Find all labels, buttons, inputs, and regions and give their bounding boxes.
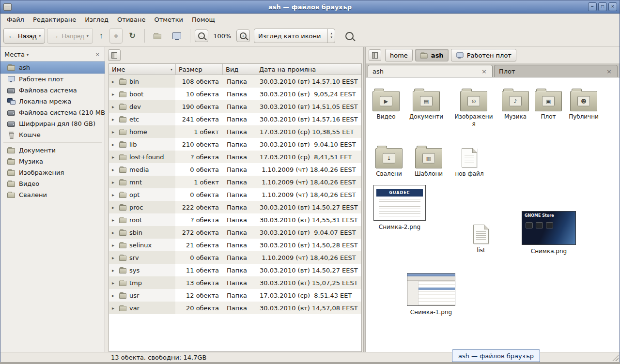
expander-icon[interactable]: ▸ xyxy=(112,255,117,260)
sidebar-item-Работен плот[interactable]: Работен плот xyxy=(0,74,105,85)
table-row-sys[interactable]: ▸sys11 обектаПапка30.03.2010 (вт) 14,50,… xyxy=(109,264,361,276)
table-row-lost+found[interactable]: ▸lost+found? обектаПапка17.03.2010 (ср) … xyxy=(109,151,361,163)
sidebar-item-Кошче[interactable]: Кошче xyxy=(0,129,105,140)
menu-Отметки[interactable]: Отметки xyxy=(150,15,187,25)
file-Свалени[interactable]: ↓Свалени xyxy=(369,142,409,178)
sidebar-item-Документи[interactable]: Документи xyxy=(0,145,105,156)
file-нов файл[interactable]: нов файл xyxy=(449,142,490,178)
path-button-ash[interactable]: ash xyxy=(415,49,449,61)
stop-button[interactable]: ● xyxy=(109,28,123,44)
close-button[interactable]: × xyxy=(608,2,617,11)
menu-Помощ[interactable]: Помощ xyxy=(187,15,219,25)
file-Документи[interactable]: ▤Документи xyxy=(406,85,447,121)
path-button-Работен плот[interactable]: Работен плот xyxy=(451,49,516,61)
column-header-date[interactable]: Дата на промяна xyxy=(256,64,361,75)
expander-icon[interactable]: ▸ xyxy=(112,167,117,172)
left-pane-location-button[interactable] xyxy=(108,49,121,61)
table-row-dev[interactable]: ▸dev190 обектаПапка30.03.2010 (вт) 14,51… xyxy=(109,100,361,113)
expander-icon[interactable]: ▸ xyxy=(112,268,117,273)
zoom-out-button[interactable]: − xyxy=(195,30,208,42)
table-row-srv[interactable]: ▸srv0 обектаПапка 1.10.2009 (чт) 18,40,2… xyxy=(109,251,361,264)
expander-icon[interactable]: ▸ xyxy=(112,180,117,185)
path-button-home[interactable]: home xyxy=(385,49,413,61)
right-pane-location-button[interactable] xyxy=(369,49,381,61)
expander-icon[interactable]: ▸ xyxy=(112,243,117,248)
file-Снимка-2.png[interactable]: GUADECСнимка-2.png xyxy=(374,185,425,231)
expander-icon[interactable]: ▸ xyxy=(112,293,117,298)
tab-close-icon[interactable]: × xyxy=(480,68,488,75)
resize-grip[interactable] xyxy=(612,355,619,361)
maximize-button[interactable]: □ xyxy=(598,2,607,11)
tab-ash[interactable]: ash× xyxy=(368,65,493,77)
expander-icon[interactable]: ▸ xyxy=(112,142,117,147)
menu-Редактиране[interactable]: Редактиране xyxy=(29,15,80,25)
menu-Отиване[interactable]: Отиване xyxy=(113,15,150,25)
up-button[interactable]: ↑ xyxy=(95,28,108,44)
column-header-size[interactable]: Размер xyxy=(176,64,223,75)
list-body[interactable]: ▸bin108 обектаПапка30.03.2010 (вт) 14,57… xyxy=(109,75,361,351)
table-row-lib[interactable]: ▸lib210 обектаПапка30.03.2010 (вт) 9,04,… xyxy=(109,138,361,151)
table-row-proc[interactable]: ▸proc222 обектаПапка30.03.2010 (вт) 14,5… xyxy=(109,201,361,213)
file-Публични[interactable]: ☻Публични xyxy=(563,85,604,121)
sidebar-item-Локална мрежа[interactable]: Локална мрежа xyxy=(0,96,105,107)
home-button[interactable] xyxy=(149,28,166,44)
file-Шаблони[interactable]: ▥Шаблони xyxy=(408,142,449,178)
table-row-selinux[interactable]: ▸selinux21 обектаПапка30.03.2010 (вт) 14… xyxy=(109,239,361,251)
expander-icon[interactable]: ▸ xyxy=(112,230,117,235)
expander-icon[interactable]: ▸ xyxy=(112,117,117,122)
icon-view[interactable]: ▶Видео▤Документи⊙Изображения♪Музика▣Плот… xyxy=(366,77,620,352)
menu-Файл[interactable]: Файл xyxy=(2,15,29,25)
tab-close-icon[interactable]: × xyxy=(605,68,613,75)
sidebar-item-Шифриран дял (80 GB)[interactable]: Шифриран дял (80 GB) xyxy=(0,118,105,129)
back-button[interactable]: ← Назад ▾ xyxy=(3,28,45,44)
view-mode-select[interactable]: Изглед като икони ▴▾ xyxy=(254,29,335,43)
expander-icon[interactable]: ▸ xyxy=(112,129,117,135)
column-header-name[interactable]: Име▾ xyxy=(109,64,176,75)
expander-icon[interactable]: ▸ xyxy=(112,217,117,223)
table-row-opt[interactable]: ▸opt0 обектаПапка 1.10.2009 (чт) 18,40,2… xyxy=(109,188,361,201)
expander-icon[interactable]: ▸ xyxy=(112,205,117,210)
sidebar-close-icon[interactable]: × xyxy=(94,51,101,58)
file-Изображения[interactable]: ⊙Изображения xyxy=(453,85,494,128)
table-row-usr[interactable]: ▸usr12 обектаПапка17.03.2010 (ср) 8,51,4… xyxy=(109,289,361,302)
minimize-button[interactable]: − xyxy=(588,2,597,11)
zoom-in-button[interactable]: + xyxy=(236,30,250,42)
reload-button[interactable]: ↻ xyxy=(124,28,140,44)
menu-Изглед[interactable]: Изглед xyxy=(80,15,113,25)
table-row-tmp[interactable]: ▸tmp13 обектаПапка30.03.2010 (вт) 15,07,… xyxy=(109,276,361,289)
taskbar-window-button[interactable]: ash — файлов браузър xyxy=(452,349,540,362)
table-row-media[interactable]: ▸media0 обектаПапка 1.10.2009 (чт) 18,40… xyxy=(109,163,361,176)
table-row-var[interactable]: ▸var20 обектаПапка30.03.2010 (вт) 14,57,… xyxy=(109,302,361,314)
file-Снимка-1.png[interactable]: Снимка-1.png xyxy=(405,273,457,316)
expander-icon[interactable]: ▸ xyxy=(112,154,117,160)
file-Видео[interactable]: ▶Видео xyxy=(366,85,406,121)
table-row-bin[interactable]: ▸bin108 обектаПапка30.03.2010 (вт) 14,57… xyxy=(109,75,361,88)
table-row-home[interactable]: ▸home1 обектПапка17.03.2010 (ср) 10,38,5… xyxy=(109,125,361,138)
titlebar[interactable]: ash — файлов браузър − □ × xyxy=(0,0,620,14)
table-row-mnt[interactable]: ▸mnt1 обектПапка 1.10.2009 (чт) 18,40,26… xyxy=(109,176,361,188)
computer-button[interactable] xyxy=(168,28,186,44)
sidebar-item-Свалени[interactable]: Свалени xyxy=(0,189,105,200)
sidebar-item-Файлова система[interactable]: Файлова система xyxy=(0,85,105,96)
sidebar-item-Музика[interactable]: Музика xyxy=(0,156,105,167)
search-button[interactable] xyxy=(341,28,358,44)
table-row-boot[interactable]: ▸boot10 обектаПапка30.03.2010 (вт) 9,05,… xyxy=(109,88,361,100)
tab-Плот[interactable]: Плот× xyxy=(494,65,618,77)
sidebar-item-ash[interactable]: ash xyxy=(0,61,105,74)
sidebar-item-Изображения[interactable]: Изображения xyxy=(0,167,105,178)
expander-icon[interactable]: ▸ xyxy=(112,305,117,311)
file-Плот[interactable]: ▣Плот xyxy=(528,85,569,121)
sidebar-item-Файлова система (210 MB)[interactable]: Файлова система (210 MB) xyxy=(0,107,105,118)
expander-icon[interactable]: ▸ xyxy=(112,91,117,97)
table-row-etc[interactable]: ▸etc241 обектаПапка30.03.2010 (вт) 14,57… xyxy=(109,113,361,125)
column-header-type[interactable]: Вид xyxy=(223,64,256,75)
expander-icon[interactable]: ▸ xyxy=(112,104,117,109)
file-Снимка.png[interactable]: GNOME StoreСнимка.png xyxy=(523,211,574,255)
expander-icon[interactable]: ▸ xyxy=(112,280,117,286)
table-row-sbin[interactable]: ▸sbin272 обектаПапка30.03.2010 (вт) 9,04… xyxy=(109,226,361,239)
expander-icon[interactable]: ▸ xyxy=(112,192,117,197)
chevron-down-icon[interactable]: ▾ xyxy=(27,53,29,57)
file-list[interactable]: list xyxy=(461,219,501,254)
expander-icon[interactable]: ▸ xyxy=(112,79,117,84)
sidebar-item-Видео[interactable]: Видео xyxy=(0,178,105,189)
